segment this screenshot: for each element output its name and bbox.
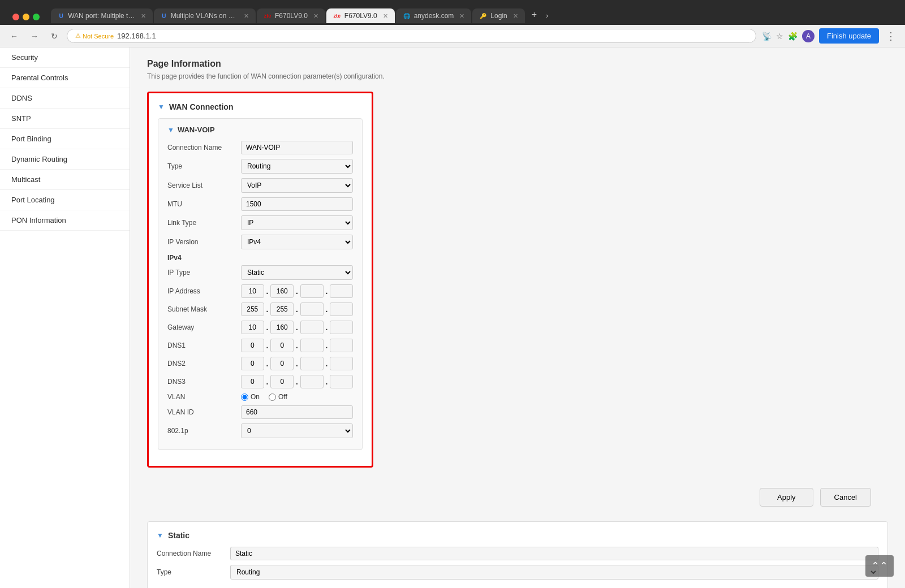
tab-close-icon[interactable]: ✕ <box>513 12 518 20</box>
type-label: Type <box>167 162 241 170</box>
more-options-button[interactable]: ⋮ <box>884 30 898 42</box>
sidebar-item-label: Parental Controls <box>11 74 68 82</box>
vlan-control: On Off <box>241 393 353 401</box>
vlan-label: VLAN <box>167 393 241 401</box>
dns2-oct3[interactable] <box>300 357 324 370</box>
sidebar-item-ddns[interactable]: DDNS <box>0 88 130 109</box>
gateway-oct3[interactable] <box>300 321 324 334</box>
subnet-oct3[interactable] <box>300 302 324 316</box>
tab-close-icon[interactable]: ✕ <box>141 12 146 20</box>
gateway-oct1[interactable] <box>241 321 264 334</box>
finish-update-button[interactable]: Finish update <box>819 28 879 44</box>
ip-address-oct1[interactable] <box>241 284 264 298</box>
collapse-icon[interactable]: ▼ <box>158 103 165 111</box>
service-list-select[interactable]: VoIP Internet Other <box>241 178 353 193</box>
reload-button[interactable]: ↻ <box>48 31 61 42</box>
dns1-oct4[interactable] <box>330 339 353 352</box>
ip-address-oct3[interactable] <box>300 284 324 298</box>
sidebar-item-pon-information[interactable]: PON Information <box>0 210 130 231</box>
dns3-oct3[interactable] <box>300 375 324 388</box>
dns2-oct2[interactable] <box>270 357 294 370</box>
dns3-oct4[interactable] <box>330 375 353 388</box>
voip-collapse-icon[interactable]: ▼ <box>167 126 174 134</box>
bookmark-icon[interactable]: ☆ <box>776 32 783 41</box>
minimize-button[interactable] <box>23 14 29 20</box>
security-indicator: ⚠ Not Secure <box>75 32 114 40</box>
ip-type-select[interactable]: Static DHCP <box>241 265 353 280</box>
browser-tab[interactable]: U Multiple VLANs on WAN ... ✕ <box>154 8 256 23</box>
back-button[interactable]: ← <box>7 31 21 42</box>
static-type-label: Type <box>157 568 230 576</box>
scroll-up-button[interactable]: ⌃⌃ <box>865 555 894 577</box>
subnet-oct2[interactable] <box>270 302 294 316</box>
sidebar-item-port-binding[interactable]: Port Binding <box>0 129 130 149</box>
vlan-on-option[interactable]: On <box>241 393 260 401</box>
connection-name-row: Connection Name <box>167 141 353 154</box>
browser-tab-active[interactable]: zte F670LV9.0 ✕ <box>326 8 395 23</box>
type-select[interactable]: Routing Bridging <box>241 159 353 174</box>
wan-voip-subsection: ▼ WAN-VOIP Connection Name Type Routing <box>158 118 363 450</box>
sidebar-item-label: Port Binding <box>11 135 51 143</box>
mtu-input[interactable] <box>241 197 353 211</box>
connection-name-input[interactable] <box>241 141 353 154</box>
tab-close-icon[interactable]: ✕ <box>383 12 388 20</box>
dns3-row: DNS3 . . . <box>167 375 353 388</box>
tab-close-icon[interactable]: ✕ <box>244 12 249 20</box>
apply-button[interactable]: Apply <box>760 488 813 507</box>
vlan-id-input[interactable] <box>241 405 353 419</box>
sidebar-item-dynamic-routing[interactable]: Dynamic Routing <box>0 149 130 170</box>
browser-tab[interactable]: U WAN port: Multiple tagg... ✕ <box>51 8 153 23</box>
ip-version-select[interactable]: IPv4 IPv6 <box>241 235 353 249</box>
sidebar-item-multicast[interactable]: Multicast <box>0 170 130 190</box>
extensions-icon[interactable]: 🧩 <box>788 32 798 41</box>
sidebar-item-port-locating[interactable]: Port Locating <box>0 190 130 210</box>
warning-icon: ⚠ <box>75 32 81 40</box>
maximize-button[interactable] <box>33 14 40 20</box>
browser-tab[interactable]: zte F670LV9.0 ✕ <box>257 8 325 23</box>
url-bar[interactable]: ⚠ Not Secure 192.168.1.1 <box>67 29 756 43</box>
ip-dot: . <box>266 359 269 368</box>
dns2-oct1[interactable] <box>241 357 264 370</box>
sidebar-item-security[interactable]: Security <box>0 47 130 68</box>
dns1-oct1[interactable] <box>241 339 264 352</box>
subnet-oct4[interactable] <box>330 302 353 316</box>
new-tab-button[interactable]: + <box>526 6 542 23</box>
link-type-select[interactable]: IP PPPoE <box>241 215 353 230</box>
tab-close-icon[interactable]: ✕ <box>459 12 464 20</box>
vlan-off-option[interactable]: Off <box>269 393 287 401</box>
vlan-on-radio[interactable] <box>241 394 248 401</box>
cancel-button[interactable]: Cancel <box>820 488 871 507</box>
dns3-oct1[interactable] <box>241 375 264 388</box>
browser-tab[interactable]: 🌐 anydesk.com ✕ <box>396 8 472 23</box>
subnet-oct1[interactable] <box>241 302 264 316</box>
ip-address-oct2[interactable] <box>270 284 294 298</box>
forward-button[interactable]: → <box>27 31 42 42</box>
static-collapse-icon[interactable]: ▼ <box>157 531 163 539</box>
action-buttons: Apply Cancel <box>147 479 871 516</box>
tab-favicon: zte <box>264 12 272 20</box>
browser-tab[interactable]: 🔑 Login ✕ <box>472 8 524 23</box>
static-type-select[interactable]: Routing Bridging <box>230 565 878 580</box>
close-button[interactable] <box>12 14 19 20</box>
connection-name-control <box>241 141 353 154</box>
gateway-oct4[interactable] <box>330 321 353 334</box>
wan-connection-title: WAN Connection <box>169 102 234 111</box>
sidebar-item-sntp[interactable]: SNTP <box>0 109 130 129</box>
ip-dot: . <box>266 323 269 332</box>
tab-overflow-button[interactable]: › <box>544 8 550 23</box>
dot1p-select[interactable]: 0 1 2 <box>241 423 353 438</box>
gateway-oct2[interactable] <box>270 321 294 334</box>
sidebar-item-parental-controls[interactable]: Parental Controls <box>0 68 130 88</box>
dns1-oct3[interactable] <box>300 339 324 352</box>
service-list-label: Service List <box>167 181 241 189</box>
ip-address-oct4[interactable] <box>330 284 353 298</box>
dns3-oct2[interactable] <box>270 375 294 388</box>
dns1-oct2[interactable] <box>270 339 294 352</box>
vlan-off-radio[interactable] <box>269 394 276 401</box>
static-connection-name-input[interactable] <box>230 547 878 560</box>
tab-close-icon[interactable]: ✕ <box>313 12 318 20</box>
ip-dot: . <box>326 323 328 332</box>
profile-icon[interactable]: A <box>802 30 815 42</box>
sidebar-item-label: DDNS <box>11 94 32 102</box>
dns2-oct4[interactable] <box>330 357 353 370</box>
